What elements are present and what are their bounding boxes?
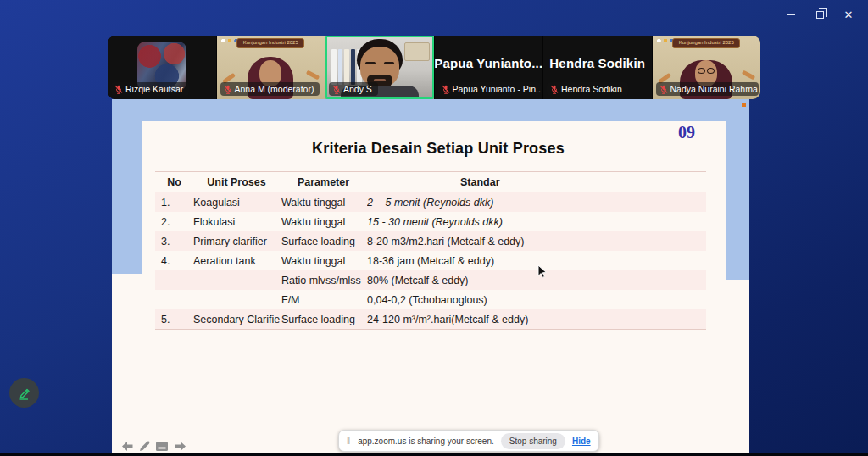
pen-icon: [139, 441, 150, 452]
slide-canvas-margin-left: [112, 99, 142, 274]
table-cell: Waktu tinggal: [280, 216, 367, 228]
table-cell: Primary clarifier: [193, 236, 280, 247]
table-row: 4.Aeration tankWaktu tinggal18-36 jam (M…: [155, 251, 706, 270]
participant-name-badge: Hendra Sodikin: [547, 82, 628, 96]
close-icon: ✕: [844, 9, 854, 20]
participant-name-badge: Andy S: [329, 82, 378, 96]
virtual-bg-banner: Kunjungan Industri 2025: [672, 38, 740, 48]
participant-name-badge: Anna M (moderator): [220, 82, 320, 96]
virtual-bg-logos: [220, 38, 239, 43]
screen-icon: [155, 441, 169, 452]
background-folder: [404, 42, 430, 61]
mic-muted-icon: [550, 85, 559, 94]
virtual-bg-doodle: [306, 70, 320, 81]
participant-mouth: [374, 79, 386, 81]
mic-muted-icon: [442, 85, 450, 94]
slide-title: Kriteria Desain Setiap Unit Proses: [146, 140, 731, 158]
arrow-left-icon: [121, 441, 134, 452]
table-cell: 80% (Metcalf & eddy): [367, 275, 706, 286]
slide-panel-button[interactable]: [154, 440, 170, 453]
slideshow-nav-toolbar: [120, 440, 187, 453]
participant-name: Andy S: [343, 84, 372, 94]
table-cell: 1.: [155, 197, 193, 209]
zoom-shared-screen-window: ✕ Rizqie Kautsar Kunjungan Industri 2025…: [0, 0, 868, 456]
table-cell: 2.: [155, 216, 193, 228]
table-row: 3.Primary clarifierSurface loading8-20 m…: [155, 231, 706, 251]
table-row: F/M0,04-0,2 (Tchobanoglous): [155, 290, 706, 309]
participant-glasses: [697, 68, 715, 74]
table-cell: 2 - 5 menit (Reynolds dkk): [367, 197, 706, 209]
table-cell: 5.: [155, 314, 193, 325]
table-cell: 24-120 m³/m².hari(Metcalf & eddy): [367, 314, 706, 325]
restore-icon: [816, 11, 824, 19]
participant-name: Rizqie Kautsar: [125, 84, 183, 94]
table-cell: 3.: [155, 236, 193, 247]
table-cell: F/M: [280, 294, 367, 306]
pen-tool-button[interactable]: [138, 440, 151, 453]
video-tile-rizqie[interactable]: Rizqie Kautsar: [108, 36, 216, 99]
table-row: 1.KoagulasiWaktu tinggal2 - 5 menit (Rey…: [155, 192, 706, 212]
arrow-right-icon: [174, 441, 186, 452]
virtual-bg-banner: Kunjungan Industri 2025: [236, 38, 304, 48]
slide-canvas-margin-top: [112, 99, 749, 121]
table-cell: 18-36 jam (Metcalf & eddy): [367, 255, 706, 267]
table-cell: Secondary Clarifier: [193, 314, 280, 325]
table-cell: Ratio mlvss/mlss: [280, 275, 367, 286]
table-cell: 4.: [155, 255, 193, 267]
virtual-bg-logos: [656, 38, 675, 43]
table-cell: Surface loading: [280, 314, 367, 325]
participant-eyes: [365, 62, 394, 65]
pause-icon: ‖: [347, 437, 351, 446]
column-header: Unit Proses: [193, 176, 280, 188]
table-cell: 0,04-0,2 (Tchobanoglous): [367, 294, 706, 306]
table-cell: Surface loading: [280, 236, 367, 247]
participant-video-strip: Rizqie Kautsar Kunjungan Industri 2025 A…: [108, 36, 760, 99]
participant-name: Papua Yunianto - Pin...: [453, 84, 541, 94]
table-cell: Waktu tinggal: [280, 197, 367, 209]
screen-sharing-toast: ‖ app.zoom.us is sharing your screen. St…: [338, 430, 599, 452]
table-cell: 8-20 m3/m2.hari (Metcalf & eddy): [367, 236, 706, 247]
pencil-annotate-icon: [17, 386, 32, 401]
participant-name-badge: Papua Yunianto - Pin...: [438, 82, 541, 96]
virtual-bg-doodle: [742, 70, 755, 81]
participant-name: Nadya Nuraini Rahma: [670, 84, 758, 94]
video-tile-anna[interactable]: Kunjungan Industri 2025 Anna M (moderato…: [216, 36, 326, 99]
mic-muted-icon: [224, 85, 232, 94]
mic-muted-icon: [114, 85, 123, 94]
stop-sharing-button[interactable]: Stop sharing: [501, 433, 565, 449]
design-criteria-table: No Unit Proses Parameter Standar 1.Koagu…: [155, 171, 706, 330]
canvas-marker-dot: [742, 103, 746, 107]
column-header: Parameter: [280, 176, 367, 188]
table-cell: Flokulasi: [193, 216, 280, 228]
participant-name-badge: Rizqie Kautsar: [111, 82, 189, 96]
video-tile-hendra[interactable]: Hendra Sodikin Hendra Sodikin: [542, 36, 652, 99]
shared-screen-content: 09 Kriteria Desain Setiap Unit Proses No…: [112, 99, 749, 453]
table-row: 2.FlokulasiWaktu tinggal15 - 30 menit (R…: [155, 212, 706, 231]
previous-slide-button[interactable]: [120, 440, 135, 453]
video-tile-andy[interactable]: Andy S: [325, 36, 434, 99]
table-cell: Koagulasi: [193, 197, 280, 209]
close-button[interactable]: ✕: [834, 4, 863, 25]
mic-muted-icon: [659, 85, 668, 94]
participant-name-badge: Nadya Nuraini Rahma: [656, 82, 759, 96]
annotate-button[interactable]: [9, 378, 39, 408]
table-cell: Waktu tinggal: [280, 255, 367, 267]
participant-name: Anna M (moderator): [235, 84, 314, 94]
hide-toast-link[interactable]: Hide: [572, 437, 591, 446]
window-controls: ✕: [776, 4, 863, 25]
minimize-button[interactable]: [776, 4, 805, 25]
restore-button[interactable]: [805, 4, 834, 25]
table-cell: 15 - 30 menit (Reynolds dkk): [367, 216, 706, 228]
design-table-rows: 1.KoagulasiWaktu tinggal2 - 5 menit (Rey…: [155, 192, 706, 329]
next-slide-button[interactable]: [173, 440, 187, 453]
column-header: Standar: [367, 176, 706, 188]
video-tile-nadya[interactable]: Kunjungan Industri 2025 Nadya Nuraini Ra…: [652, 36, 761, 99]
video-tile-papua[interactable]: Papua Yunianto... Papua Yunianto - Pin..…: [434, 36, 543, 99]
minimize-icon: [787, 14, 795, 15]
table-cell: Aeration tank: [193, 255, 280, 267]
column-header: No: [155, 176, 193, 188]
sharing-message: app.zoom.us is sharing your screen.: [358, 437, 494, 446]
participant-name: Hendra Sodikin: [561, 84, 622, 94]
slide-canvas-margin-right: [726, 99, 749, 280]
table-row: 5.Secondary ClarifierSurface loading24-1…: [155, 309, 706, 329]
